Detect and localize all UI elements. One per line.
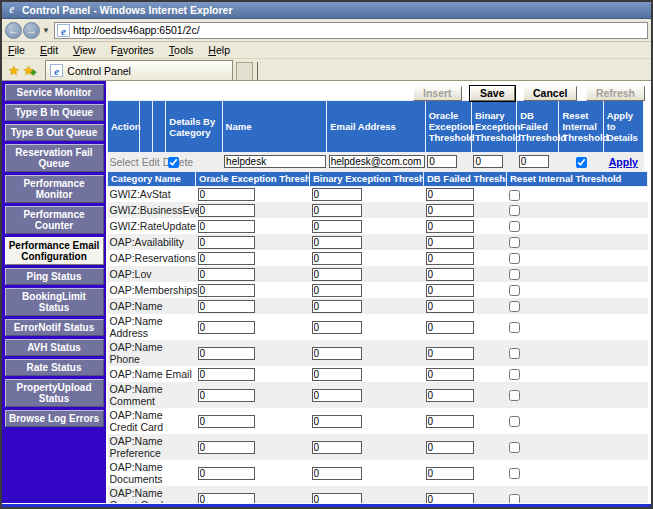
- db-failed-threshold-input[interactable]: [426, 441, 474, 454]
- menu-item-help[interactable]: Help: [208, 44, 230, 56]
- oracle-threshold-input[interactable]: [198, 188, 255, 201]
- oracle-threshold-input[interactable]: [198, 493, 255, 504]
- binary-threshold-input[interactable]: [312, 321, 362, 334]
- oracle-threshold-input[interactable]: [198, 236, 255, 249]
- binary-threshold-input[interactable]: [312, 284, 362, 297]
- reset-internal-checkbox[interactable]: [509, 205, 520, 216]
- db-failed-threshold-input[interactable]: [426, 415, 474, 428]
- menu-item-view[interactable]: View: [73, 44, 96, 56]
- insert-button[interactable]: Insert: [413, 86, 462, 101]
- db-failed-threshold-input[interactable]: [426, 268, 474, 281]
- save-button[interactable]: Save: [470, 86, 515, 101]
- db-failed-threshold-input[interactable]: [426, 347, 474, 360]
- oracle-threshold-input[interactable]: [198, 321, 255, 334]
- sidebar-item-rate-status[interactable]: Rate Status: [5, 359, 104, 376]
- address-input[interactable]: e http://oedsv46app:6501/2c/: [54, 22, 648, 39]
- oracle-threshold-input[interactable]: [198, 284, 255, 297]
- binary-threshold-input[interactable]: [312, 347, 362, 360]
- reset-internal-checkbox[interactable]: [509, 390, 520, 401]
- details-by-category-checkbox[interactable]: [168, 157, 179, 168]
- menu-item-favorites[interactable]: Favorites: [111, 44, 154, 56]
- oracle-threshold-input[interactable]: [198, 220, 255, 233]
- oracle-threshold-input[interactable]: [427, 155, 457, 168]
- oracle-threshold-input[interactable]: [198, 300, 255, 313]
- db-failed-threshold-input[interactable]: [426, 188, 474, 201]
- forward-button[interactable]: →: [23, 22, 40, 39]
- binary-threshold-input[interactable]: [312, 300, 362, 313]
- apply-link[interactable]: Apply: [609, 156, 638, 168]
- reset-internal-checkbox[interactable]: [509, 237, 520, 248]
- db-failed-threshold-input[interactable]: [426, 389, 474, 402]
- favorites-star-icon[interactable]: ★: [8, 63, 20, 78]
- binary-threshold-input[interactable]: [312, 204, 362, 217]
- sidebar-item-propertyupload-status[interactable]: PropertyUpload Status: [5, 379, 104, 407]
- reset-internal-checkbox[interactable]: [509, 369, 520, 380]
- sidebar-item-ping-status[interactable]: Ping Status: [5, 268, 104, 285]
- select-link[interactable]: Select: [110, 156, 139, 168]
- sidebar-item-reservation-fail-queue[interactable]: Reservation Fail Queue: [5, 144, 104, 172]
- menu-item-tools[interactable]: Tools: [169, 44, 194, 56]
- db-failed-threshold-input[interactable]: [426, 204, 474, 217]
- tab-control-panel[interactable]: e Control Panel: [45, 60, 233, 80]
- cancel-button[interactable]: Cancel: [523, 86, 577, 101]
- db-failed-threshold-input[interactable]: [519, 155, 549, 168]
- sidebar-item-type-b-in-queue[interactable]: Type B In Queue: [5, 104, 104, 121]
- sidebar-item-performance-monitor[interactable]: Performance Monitor: [5, 175, 104, 203]
- binary-threshold-input[interactable]: [312, 368, 362, 381]
- menu-item-file[interactable]: File: [8, 44, 25, 56]
- reset-internal-checkbox[interactable]: [509, 416, 520, 427]
- sidebar-item-service-monitor[interactable]: Service Monitor: [5, 84, 104, 101]
- reset-internal-checkbox[interactable]: [509, 322, 520, 333]
- email-input[interactable]: [329, 155, 425, 168]
- reset-internal-checkbox[interactable]: [509, 285, 520, 296]
- oracle-threshold-input[interactable]: [198, 415, 255, 428]
- sidebar-item-bookinglimit-status[interactable]: BookingLimit Status: [5, 288, 104, 316]
- binary-threshold-input[interactable]: [312, 467, 362, 480]
- oracle-threshold-input[interactable]: [198, 347, 255, 360]
- reset-internal-checkbox[interactable]: [509, 190, 520, 201]
- refresh-button[interactable]: Refresh: [586, 86, 645, 101]
- db-failed-threshold-input[interactable]: [426, 368, 474, 381]
- binary-threshold-input[interactable]: [312, 236, 362, 249]
- db-failed-threshold-input[interactable]: [426, 236, 474, 249]
- name-input[interactable]: [224, 155, 326, 168]
- db-failed-threshold-input[interactable]: [426, 220, 474, 233]
- oracle-threshold-input[interactable]: [198, 204, 255, 217]
- new-tab-button[interactable]: [236, 62, 253, 80]
- oracle-threshold-input[interactable]: [198, 389, 255, 402]
- oracle-threshold-input[interactable]: [198, 441, 255, 454]
- db-failed-threshold-input[interactable]: [426, 493, 474, 504]
- sidebar-item-performance-counter[interactable]: Performance Counter: [5, 206, 104, 234]
- oracle-threshold-input[interactable]: [198, 368, 255, 381]
- db-failed-threshold-input[interactable]: [426, 252, 474, 265]
- reset-internal-checkbox[interactable]: [509, 221, 520, 232]
- binary-threshold-input[interactable]: [312, 493, 362, 504]
- sidebar-item-avh-status[interactable]: AVH Status: [5, 339, 104, 356]
- oracle-threshold-input[interactable]: [198, 268, 255, 281]
- binary-threshold-input[interactable]: [312, 220, 362, 233]
- sidebar-item-errornotif-status[interactable]: ErrorNotif Status: [5, 319, 104, 336]
- db-failed-threshold-input[interactable]: [426, 284, 474, 297]
- back-button[interactable]: ←: [5, 22, 22, 39]
- db-failed-threshold-input[interactable]: [426, 467, 474, 480]
- oracle-threshold-input[interactable]: [198, 252, 255, 265]
- sidebar-item-browse-log-errors[interactable]: Browse Log Errors: [5, 410, 104, 427]
- binary-threshold-input[interactable]: [312, 441, 362, 454]
- sidebar-item-type-b-out-queue[interactable]: Type B Out Queue: [5, 124, 104, 141]
- reset-internal-checkbox[interactable]: [509, 468, 520, 479]
- binary-threshold-input[interactable]: [312, 188, 362, 201]
- reset-internal-checkbox[interactable]: [509, 442, 520, 453]
- reset-internal-checkbox[interactable]: [509, 348, 520, 359]
- oracle-threshold-input[interactable]: [198, 467, 255, 480]
- db-failed-threshold-input[interactable]: [426, 300, 474, 313]
- reset-internal-checkbox[interactable]: [509, 269, 520, 280]
- binary-threshold-input[interactable]: [312, 415, 362, 428]
- add-favorite-icon[interactable]: ★✚: [23, 63, 35, 78]
- binary-threshold-input[interactable]: [312, 389, 362, 402]
- sidebar-item-performance-email-configuration[interactable]: Performance Email Configuration: [5, 237, 104, 265]
- binary-threshold-input[interactable]: [312, 268, 362, 281]
- reset-internal-checkbox[interactable]: [509, 253, 520, 264]
- db-failed-threshold-input[interactable]: [426, 321, 474, 334]
- menu-item-edit[interactable]: Edit: [40, 44, 58, 56]
- binary-threshold-input[interactable]: [473, 155, 503, 168]
